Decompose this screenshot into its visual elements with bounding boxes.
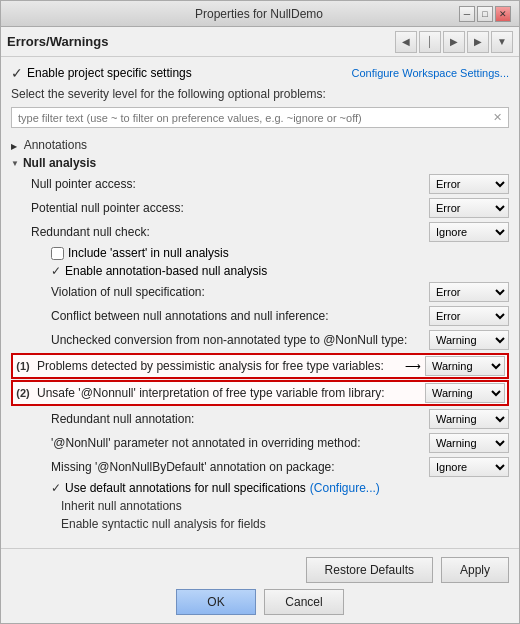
annotations-section-header[interactable]: ▶ Annotations xyxy=(11,136,509,154)
problems-detected-label: Problems detected by pessimistic analysi… xyxy=(33,359,405,373)
window-title: Properties for NullDemo xyxy=(59,7,459,21)
title-bar: Properties for NullDemo ─ □ ✕ xyxy=(1,1,519,27)
redundant-null-select[interactable]: IgnoreWarningInfoError xyxy=(429,222,509,242)
filter-input[interactable] xyxy=(18,112,493,124)
enable-checkbox-label[interactable]: Enable project specific settings xyxy=(27,66,192,80)
redundant-annotation-label: Redundant null annotation: xyxy=(51,412,429,426)
unsafe-nonnull-label: Unsafe '@Nonnull' interpretation of free… xyxy=(33,386,425,400)
configure-link[interactable]: (Configure...) xyxy=(310,481,380,495)
potential-null-select[interactable]: ErrorWarningInfoIgnore xyxy=(429,198,509,218)
default-annotations-check-icon: ✓ xyxy=(51,481,61,495)
potential-null-row: Potential null pointer access: ErrorWarn… xyxy=(11,196,509,220)
nonnull-param-label: '@NonNull' parameter not annotated in ov… xyxy=(51,436,429,450)
checkmark-icon: ✓ xyxy=(11,65,23,81)
action-buttons-row: Restore Defaults Apply xyxy=(11,557,509,583)
unchecked-conversion-label: Unchecked conversion from non-annotated … xyxy=(51,333,429,347)
violation-null-row: Violation of null specification: ErrorWa… xyxy=(11,280,509,304)
missing-nonnullbydefault-row: Missing '@NonNullByDefault' annotation o… xyxy=(11,455,509,479)
title-controls: ─ □ ✕ xyxy=(459,6,511,22)
filter-row: ✕ xyxy=(11,107,509,128)
enable-annotation-row[interactable]: ✓ Enable annotation-based null analysis xyxy=(11,262,509,280)
unchecked-conversion-row: Unchecked conversion from non-annotated … xyxy=(11,328,509,352)
content-area: ✓ Enable project specific settings Confi… xyxy=(1,57,519,548)
redundant-annotation-select[interactable]: WarningErrorInfoIgnore xyxy=(429,409,509,429)
conflict-null-select[interactable]: ErrorWarningInfoIgnore xyxy=(429,306,509,326)
null-analysis-header[interactable]: ▼ Null analysis xyxy=(11,154,509,172)
enable-label: ✓ Enable project specific settings xyxy=(11,65,192,81)
bottom-bar: Restore Defaults Apply OK Cancel xyxy=(1,548,519,623)
syntactic-null-row: Enable syntactic null analysis for field… xyxy=(11,515,509,533)
unsafe-nonnull-select[interactable]: WarningErrorInfoIgnore xyxy=(425,383,505,403)
toolbar: Errors/Warnings ◀ │ ▶ ▶ ▼ xyxy=(1,27,519,57)
back-button[interactable]: ◀ xyxy=(395,31,417,53)
restore-defaults-button[interactable]: Restore Defaults xyxy=(306,557,433,583)
null-pointer-label: Null pointer access: xyxy=(31,177,429,191)
missing-nonnullbydefault-label: Missing '@NonNullByDefault' annotation o… xyxy=(51,460,429,474)
potential-null-label: Potential null pointer access: xyxy=(31,201,429,215)
forward2-button[interactable]: ▶ xyxy=(467,31,489,53)
missing-nonnullbydefault-select[interactable]: IgnoreWarningInfoError xyxy=(429,457,509,477)
minimize-button[interactable]: ─ xyxy=(459,6,475,22)
null-pointer-select[interactable]: ErrorWarningInfoIgnore xyxy=(429,174,509,194)
close-button[interactable]: ✕ xyxy=(495,6,511,22)
nonnull-param-select[interactable]: WarningErrorInfoIgnore xyxy=(429,433,509,453)
menu-button[interactable]: ▼ xyxy=(491,31,513,53)
enable-settings-row: ✓ Enable project specific settings Confi… xyxy=(11,65,509,81)
annotations-label: Annotations xyxy=(24,138,87,152)
problems-detected-row: (1) Problems detected by pessimistic ana… xyxy=(11,353,509,379)
toolbar-buttons: ◀ │ ▶ ▶ ▼ xyxy=(395,31,513,53)
annotations-triangle-icon: ▶ xyxy=(11,142,17,151)
nonnull-param-row: '@NonNull' parameter not annotated in ov… xyxy=(11,431,509,455)
ok-button[interactable]: OK xyxy=(176,589,256,615)
use-default-annotations-label: Use default annotations for null specifi… xyxy=(65,481,306,495)
annotation-check-icon: ✓ xyxy=(51,264,61,278)
syntactic-null-label: Enable syntactic null analysis for field… xyxy=(61,517,266,531)
maximize-button[interactable]: □ xyxy=(477,6,493,22)
null-pointer-row: Null pointer access: ErrorWarningInfoIgn… xyxy=(11,172,509,196)
unchecked-conversion-select[interactable]: WarningErrorInfoIgnore xyxy=(429,330,509,350)
violation-null-select[interactable]: ErrorWarningInfoIgnore xyxy=(429,282,509,302)
enable-annotation-label: Enable annotation-based null analysis xyxy=(65,264,267,278)
marker-1: (1) xyxy=(13,360,33,372)
conflict-null-row: Conflict between null annotations and nu… xyxy=(11,304,509,328)
arrow-icon: ⟶ xyxy=(405,360,421,373)
filter-clear-icon[interactable]: ✕ xyxy=(493,111,502,124)
configure-workspace-link[interactable]: Configure Workspace Settings... xyxy=(351,67,509,79)
description-text: Select the severity level for the follow… xyxy=(11,87,509,101)
ok-cancel-row: OK Cancel xyxy=(11,589,509,615)
inherit-null-label: Inherit null annotations xyxy=(61,499,182,513)
main-window: Properties for NullDemo ─ □ ✕ Errors/War… xyxy=(0,0,520,624)
null-analysis-section: ▼ Null analysis Null pointer access: Err… xyxy=(11,154,509,533)
unsafe-nonnull-row: (2) Unsafe '@Nonnull' interpretation of … xyxy=(11,380,509,406)
include-assert-row[interactable]: Include 'assert' in null analysis xyxy=(11,244,509,262)
cancel-button[interactable]: Cancel xyxy=(264,589,344,615)
include-assert-label: Include 'assert' in null analysis xyxy=(68,246,229,260)
conflict-null-label: Conflict between null annotations and nu… xyxy=(51,309,429,323)
redundant-null-row: Redundant null check: IgnoreWarningInfoE… xyxy=(11,220,509,244)
use-default-annotations-row: ✓ Use default annotations for null speci… xyxy=(11,479,509,497)
problems-detected-select[interactable]: WarningErrorInfoIgnore xyxy=(425,356,505,376)
null-triangle-icon: ▼ xyxy=(11,159,19,168)
null-analysis-title: Null analysis xyxy=(23,156,96,170)
section-title: Errors/Warnings xyxy=(7,34,108,49)
include-assert-checkbox[interactable] xyxy=(51,247,64,260)
inherit-null-row: Inherit null annotations xyxy=(11,497,509,515)
redundant-null-label: Redundant null check: xyxy=(31,225,429,239)
redundant-annotation-row: Redundant null annotation: WarningErrorI… xyxy=(11,407,509,431)
separator: │ xyxy=(419,31,441,53)
marker-2: (2) xyxy=(13,387,33,399)
forward-button[interactable]: ▶ xyxy=(443,31,465,53)
apply-button[interactable]: Apply xyxy=(441,557,509,583)
violation-null-label: Violation of null specification: xyxy=(51,285,429,299)
